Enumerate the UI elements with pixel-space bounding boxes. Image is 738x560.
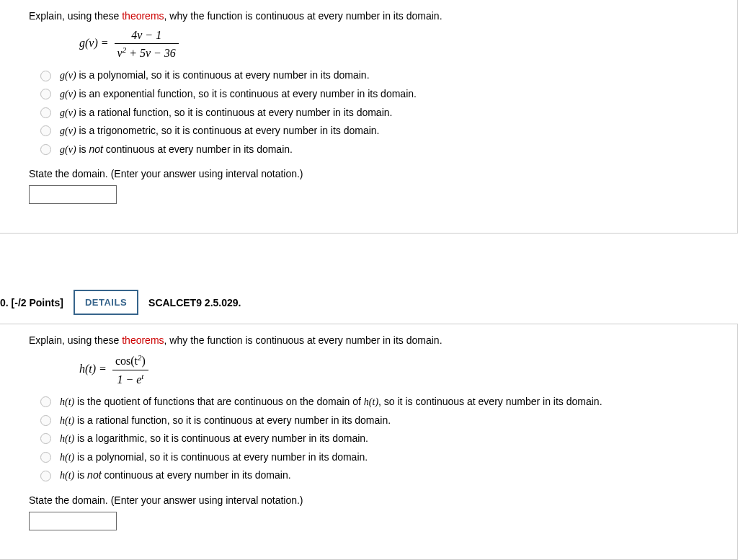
radio-icon[interactable]	[40, 125, 51, 136]
q2-prompt-after: , why the function is continuous at ever…	[164, 334, 443, 346]
radio-icon[interactable]	[40, 89, 51, 99]
q1-answer-input[interactable]	[29, 185, 117, 204]
q1-denominator: v2 + 5v − 36	[115, 44, 179, 60]
q1-numerator: 4v − 1	[115, 29, 179, 44]
q1-option-4[interactable]: g(v) is a trigonometric, so it is contin…	[40, 124, 730, 138]
q1-option-1-label: g(v) is a polynomial, so it is continuou…	[60, 68, 370, 83]
q1-option-2[interactable]: g(v) is an exponential function, so it i…	[40, 87, 730, 102]
theorems-link[interactable]: theorems	[122, 334, 164, 346]
question-2: Explain, using these theorems, why the f…	[0, 324, 738, 560]
q1-option-5-label: g(v) is not continuous at every number i…	[60, 143, 293, 157]
radio-icon[interactable]	[40, 452, 51, 463]
q1-state-prompt: State the domain. (Enter your answer usi…	[29, 168, 730, 179]
spacer	[0, 262, 738, 284]
radio-icon[interactable]	[40, 415, 51, 426]
question-1: Explain, using these theorems, why the f…	[0, 0, 738, 234]
q2-option-5[interactable]: h(t) is not continuous at every number i…	[40, 468, 730, 483]
details-button[interactable]: DETAILS	[74, 290, 138, 315]
section-reference: SCALCET9 2.5.029.	[148, 297, 241, 308]
q2-option-1[interactable]: h(t) is the quotient of functions that a…	[40, 395, 730, 409]
q1-option-4-label: g(v) is a trigonometric, so it is contin…	[60, 124, 380, 138]
q2-eq-lhs: h(t) =	[79, 363, 110, 375]
q1-fraction: 4v − 1 v2 + 5v − 36	[115, 29, 179, 60]
q2-option-4[interactable]: h(t) is a polynomial, so it is continuou…	[40, 450, 730, 465]
q2-fraction: cos(t2) 1 − et	[112, 353, 148, 386]
radio-icon[interactable]	[40, 144, 51, 155]
q2-prompt-before: Explain, using these	[29, 334, 122, 346]
radio-icon[interactable]	[40, 71, 51, 81]
q1-option-5[interactable]: g(v) is not continuous at every number i…	[40, 143, 730, 157]
q2-option-3[interactable]: h(t) is a logarithmic, so it is continuo…	[40, 432, 730, 446]
q1-prompt-after: , why the function is continuous at ever…	[164, 10, 443, 22]
radio-icon[interactable]	[40, 107, 51, 118]
radio-icon[interactable]	[40, 396, 51, 407]
q1-eq-lhs: g(v) =	[79, 37, 112, 49]
q1-option-3-label: g(v) is a rational function, so it is co…	[60, 106, 392, 120]
q2-numerator: cos(t2)	[112, 353, 148, 370]
q2-denominator: 1 − et	[112, 370, 148, 386]
q1-equation: g(v) = 4v − 1 v2 + 5v − 36	[79, 29, 730, 60]
q2-option-2[interactable]: h(t) is a rational function, so it is co…	[40, 414, 730, 428]
q1-option-2-label: g(v) is an exponential function, so it i…	[60, 87, 417, 102]
radio-icon[interactable]	[40, 471, 51, 481]
q1-option-3[interactable]: g(v) is a rational function, so it is co…	[40, 106, 730, 120]
radio-icon[interactable]	[40, 433, 51, 444]
q2-option-5-label: h(t) is not continuous at every number i…	[60, 468, 291, 483]
q2-prompt: Explain, using these theorems, why the f…	[29, 334, 730, 346]
q1-prompt-before: Explain, using these	[29, 10, 122, 22]
q2-state-prompt: State the domain. (Enter your answer usi…	[29, 494, 730, 506]
q2-answer-input[interactable]	[29, 512, 117, 530]
q2-option-1-label: h(t) is the quotient of functions that a…	[60, 395, 603, 409]
question-header: 0. [-/2 Points] DETAILS SCALCET9 2.5.029…	[0, 284, 738, 321]
q2-equation: h(t) = cos(t2) 1 − et	[79, 353, 730, 386]
q1-prompt: Explain, using these theorems, why the f…	[29, 10, 730, 22]
q2-option-4-label: h(t) is a polynomial, so it is continuou…	[60, 450, 368, 465]
q2-option-3-label: h(t) is a logarithmic, so it is continuo…	[60, 432, 368, 446]
theorems-link[interactable]: theorems	[122, 10, 164, 22]
q2-option-2-label: h(t) is a rational function, so it is co…	[60, 414, 391, 428]
q1-option-1[interactable]: g(v) is a polynomial, so it is continuou…	[40, 68, 730, 83]
points-label: 0. [-/2 Points]	[0, 297, 63, 308]
